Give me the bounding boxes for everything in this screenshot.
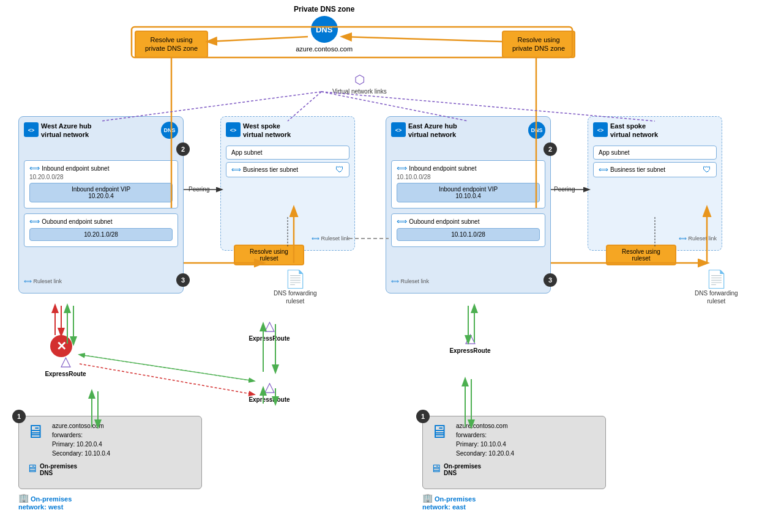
west-hub-inbound-vip: Inbound endpoint VIP 10.20.0.4 [29, 183, 173, 202]
east-peering-label: Peering [554, 186, 575, 193]
east-spoke-subnet-icon: ⟺ [599, 166, 610, 173]
west-dns-ruleset: 📄 DNS forwarding ruleset [274, 269, 317, 305]
center-right-expressroute: △ ExpressRoute [245, 379, 294, 403]
east-spoke-app-subnet: App subnet [593, 146, 717, 160]
east-hub-dns-badge-label: DNS [531, 127, 542, 133]
east-expressroute-icon: △ [446, 330, 495, 346]
west-ruleset-label: DNS forwarding ruleset [274, 289, 317, 305]
west-hub-badge-3: 3 [176, 273, 190, 287]
west-spoke-business-subnet: ⟺ Business tier subnet 🛡 [226, 162, 349, 177]
east-hub-ruleset-link-bottom: ⟺ Ruleset link [391, 278, 429, 284]
west-spoke-subnet-icon: ⟺ [231, 166, 243, 173]
east-ruleset-label: DNS forwarding ruleset [695, 289, 738, 305]
west-expressroute-icon: △ [44, 353, 87, 369]
west-hub-title: West Azure hub virtual network [41, 122, 92, 139]
center-left-expressroute: △ ExpressRoute [245, 318, 294, 342]
west-hub-inbound-subnet: ⟺ Inbound endpoint subnet 10.20.0.0/28 I… [24, 160, 178, 209]
onprem-east-building-icon: 🏢 [422, 493, 433, 503]
west-hub-header: <> West Azure hub virtual network [24, 122, 178, 142]
diagram-container: Private DNS zone DNS azure.contoso.com R… [0, 0, 762, 532]
inbound-icon: ⟺ [29, 164, 42, 172]
east-hub-inbound-vip: Inbound endpoint VIP 10.10.0.4 [397, 183, 540, 202]
east-hub-icon: <> [391, 122, 406, 137]
svg-text:<>: <> [28, 127, 35, 133]
west-spoke-vnet: <> West spoke virtual network App subnet… [220, 116, 355, 251]
west-expressroute-label: ExpressRoute [44, 371, 87, 377]
east-spoke-shield-icon: 🛡 [703, 164, 711, 174]
west-hub-dns-badge-label: DNS [163, 127, 175, 133]
east-spoke-business-subnet: ⟺ Business tier subnet 🛡 [593, 162, 717, 177]
east-expressroute-label: ExpressRoute [446, 347, 495, 354]
dns-label: DNS [316, 25, 332, 34]
center-right-expressroute-icon: △ [245, 379, 294, 395]
east-hub-inbound-subnet: ⟺ Inbound endpoint subnet 10.10.0.0/28 I… [391, 160, 545, 209]
west-hub-vnet: <> West Azure hub virtual network DNS 2 … [18, 116, 184, 294]
svg-text:<>: <> [395, 127, 402, 133]
west-ruleset-icon: 📄 [274, 269, 317, 289]
private-dns-zone-header: Private DNS zone DNS azure.contoso.com [294, 5, 354, 53]
east-outbound-icon: ⟺ [397, 217, 409, 226]
private-dns-zone-title: Private DNS zone [294, 5, 354, 13]
svg-line-34 [80, 355, 254, 381]
onprem-east-badge: 1 [416, 410, 430, 423]
west-spoke-title: West spoke virtual network [243, 122, 291, 139]
east-hub-title: East Azure hub virtual network [408, 122, 457, 139]
west-hub-outbound-subnet: ⟺ Oubound endpoint subnet 10.20.1.0/28 [24, 213, 178, 247]
east-spoke-ruleset-link: ⟺ Ruleset link [679, 235, 717, 242]
error-x-icon: ✕ [56, 339, 67, 353]
onprem-east-dns-icon: 🖥 [430, 462, 441, 475]
east-inbound-icon: ⟺ [397, 164, 409, 172]
onprem-west-building-icon: 🏢 [18, 493, 29, 503]
svg-line-33 [80, 355, 254, 381]
east-spoke-title: East spoke virtual network [610, 122, 658, 139]
east-ruleset-icon: 📄 [695, 269, 738, 289]
vnet-links: ⬡ Virtual network links [332, 72, 387, 95]
onprem-east-dns-label: On-premises DNS [444, 463, 481, 476]
onprem-east-dns-text: azure.contoso.com forwarders: Primary: 1… [456, 421, 514, 458]
onprem-west-badge: 1 [12, 410, 26, 423]
east-spoke-header: <> East spoke virtual network [593, 122, 717, 142]
svg-line-2 [343, 37, 502, 42]
dns-circle-icon: DNS [311, 16, 338, 43]
west-hub-dns-badge: DNS [161, 122, 178, 139]
dns-domain: azure.contoso.com [294, 45, 354, 53]
west-spoke-header: <> West spoke virtual network [226, 122, 349, 142]
onprem-east-box: 1 🖥 azure.contoso.com forwarders: Primar… [422, 416, 606, 489]
west-peering-label: Peering [189, 186, 209, 193]
west-spoke-icon: <> [226, 122, 241, 137]
svg-text:<>: <> [230, 127, 237, 133]
west-expressroute: △ ExpressRoute [44, 353, 87, 377]
svg-line-35 [80, 364, 254, 394]
onprem-west-dns-label: On-premises DNS [40, 463, 77, 476]
west-hub-ruleset-link-bottom: ⟺ Ruleset link [24, 278, 62, 284]
onprem-west-server-icon: 🖥 [26, 421, 45, 442]
east-hub-header: <> East Azure hub virtual network [391, 122, 545, 142]
vnet-links-icon: ⬡ [332, 72, 387, 87]
east-resolve-ruleset: Resolve using ruleset [606, 245, 676, 265]
center-right-expressroute-label: ExpressRoute [245, 396, 294, 403]
onprem-west-network-label: 🏢 On-premises network: west [18, 493, 72, 511]
center-left-expressroute-label: ExpressRoute [245, 335, 294, 342]
onprem-west-dns-icon: 🖥 [26, 462, 37, 475]
resolve-box-left: Resolve using private DNS zone [135, 31, 208, 58]
east-spoke-vnet: <> East spoke virtual network App subnet… [588, 116, 722, 251]
resolve-box-right: Resolve using private DNS zone [502, 31, 575, 58]
west-resolve-ruleset: Resolve using ruleset [234, 245, 304, 265]
center-left-expressroute-icon: △ [245, 318, 294, 334]
east-hub-outbound-subnet: ⟺ Oubound endpoint subnet 10.10.1.0/28 [391, 213, 545, 247]
outbound-icon: ⟺ [29, 217, 42, 226]
west-hub-icon: <> [24, 122, 39, 137]
svg-line-1 [208, 37, 308, 42]
west-spoke-shield-icon: 🛡 [335, 164, 344, 174]
east-dns-ruleset: 📄 DNS forwarding ruleset [695, 269, 738, 305]
onprem-east-network-label: 🏢 On-premises network: east [422, 493, 476, 511]
west-spoke-app-subnet: App subnet [226, 146, 349, 160]
east-hub-badge-2: 2 [543, 142, 557, 156]
onprem-west-dns-text: azure.contoso.com forwarders: Primary: 1… [52, 421, 110, 458]
west-spoke-ruleset-link: ⟺ Ruleset link [312, 235, 349, 242]
east-spoke-icon: <> [593, 122, 608, 137]
onprem-west-box: 1 🖥 azure.contoso.com forwarders: Primar… [18, 416, 202, 489]
east-hub-outbound-cidr: 10.10.1.0/28 [397, 228, 540, 241]
east-hub-vnet: <> East Azure hub virtual network DNS 2 … [386, 116, 551, 294]
east-expressroute: △ ExpressRoute [446, 330, 495, 354]
